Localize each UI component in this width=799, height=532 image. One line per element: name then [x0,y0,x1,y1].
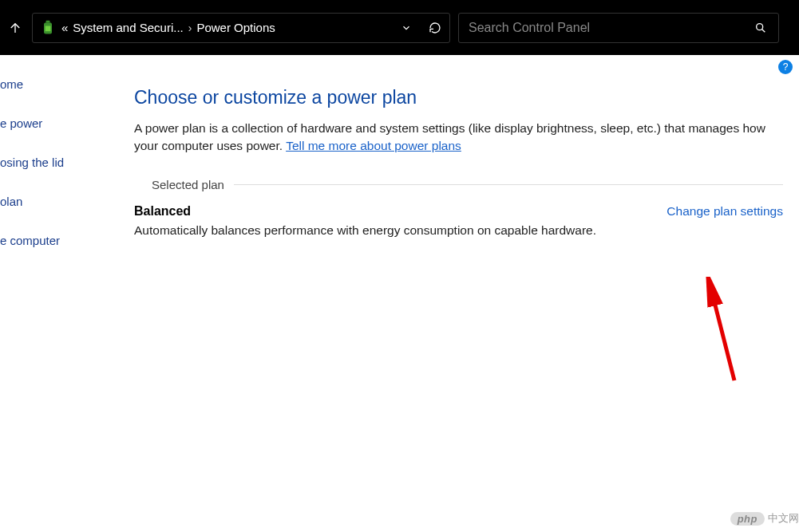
svg-point-3 [757,23,763,30]
chevron-down-icon[interactable] [398,20,414,36]
svg-rect-2 [45,26,51,31]
main: ? ome e power osing the lid olan e compu… [0,55,799,532]
watermark: php 中文网 [730,511,799,526]
search-bar[interactable] [458,13,779,43]
sidebar-item-home[interactable]: ome [0,74,112,94]
breadcrumb[interactable]: « System and Securi... › Power Options [61,21,394,34]
plan-info: Balanced Automatically balances performa… [134,204,596,238]
watermark-badge: php [730,512,765,526]
svg-rect-1 [46,20,50,22]
sidebar-item-power[interactable]: e power [0,113,112,133]
page-title: Choose or customize a power plan [134,87,783,108]
up-icon[interactable] [5,18,26,38]
plan-row: Balanced Automatically balances performa… [134,204,783,238]
section-header: Selected plan [134,178,783,191]
plan-description: Automatically balances performance with … [134,223,596,238]
address-bar[interactable]: « System and Securi... › Power Options [32,13,450,43]
search-icon[interactable] [753,20,769,36]
refresh-icon[interactable] [427,20,443,36]
sidebar: ome e power osing the lid olan e compute… [0,55,112,532]
content-area: Choose or customize a power plan A power… [112,55,799,532]
power-options-icon [39,19,57,37]
sidebar-item-computer[interactable]: e computer [0,231,112,250]
topbar: « System and Securi... › Power Options [0,0,799,55]
plan-name: Balanced [134,204,596,219]
change-plan-settings-link[interactable]: Change plan settings [666,204,783,219]
breadcrumb-part-2[interactable]: Power Options [196,21,275,34]
chevron-right-icon: › [188,22,192,34]
sidebar-item-plan[interactable]: olan [0,191,112,211]
breadcrumb-prefix: « [61,21,68,34]
section-label: Selected plan [152,178,224,191]
breadcrumb-part-1[interactable]: System and Securi... [73,21,183,34]
sidebar-item-lid[interactable]: osing the lid [0,152,112,172]
watermark-text: 中文网 [768,511,799,526]
page-description: A power plan is a collection of hardware… [134,120,783,156]
section-divider [234,184,783,185]
learn-more-link[interactable]: Tell me more about power plans [286,139,461,152]
search-input[interactable] [469,21,753,35]
